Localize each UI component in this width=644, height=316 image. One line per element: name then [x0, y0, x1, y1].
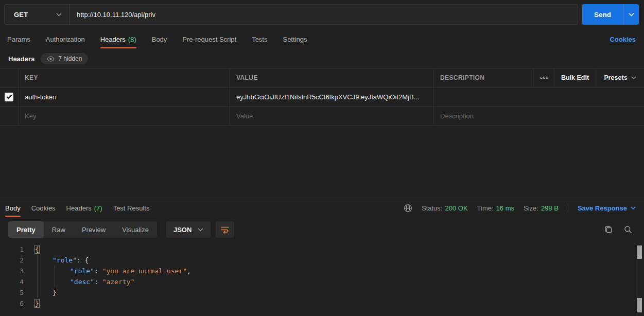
url-input[interactable]	[69, 5, 578, 24]
response-toolbar: Pretty Raw Preview Visualize JSON	[0, 218, 644, 241]
select-column-header	[0, 68, 19, 87]
chevron-down-icon	[629, 13, 634, 16]
scrollbar-thumb[interactable]	[637, 245, 642, 259]
tab-authorization[interactable]: Authorization	[46, 29, 85, 49]
header-key-cell[interactable]: auth-token	[19, 87, 230, 106]
view-raw-button[interactable]: Raw	[44, 221, 74, 238]
method-select[interactable]: GET	[5, 5, 69, 24]
url-group: GET	[4, 4, 578, 25]
size-value: 298 B	[541, 204, 559, 212]
table-header-row: KEY VALUE DESCRIPTION Bulk Edit Presets	[0, 68, 644, 87]
status-value: 200 OK	[445, 204, 467, 212]
line-number: 6	[0, 298, 24, 309]
description-placeholder-cell[interactable]: Description	[434, 107, 644, 125]
value-column-header: VALUE	[230, 68, 434, 87]
format-dropdown[interactable]: JSON	[166, 221, 211, 238]
response-meta: Status: 200 OK Time: 16 ms Size: 298 B S…	[404, 203, 636, 213]
line-number: 5	[0, 287, 24, 298]
wrap-text-icon	[220, 226, 230, 234]
response-tabs: Body Cookies Headers (7) Test Results	[5, 198, 149, 218]
code-line: 2"role": {	[0, 255, 644, 266]
size-indicator: Size: 298 B	[524, 204, 559, 212]
headers-count: (8)	[128, 36, 136, 43]
row-checkbox-checked[interactable]	[5, 93, 13, 101]
code-line: 4"desc": "azerty"	[0, 276, 644, 287]
time-value: 16 ms	[496, 204, 514, 212]
more-actions-button[interactable]	[534, 68, 554, 87]
code-lines: 1{2"role": {3"role": "you are normal use…	[0, 244, 644, 309]
status-indicator: Status: 200 OK	[422, 204, 468, 212]
indent-guide	[37, 255, 38, 298]
request-bar: GET Send	[0, 0, 644, 29]
row-select-cell	[0, 107, 19, 125]
more-actions-icon	[540, 76, 548, 79]
presets-dropdown[interactable]: Presets	[596, 68, 644, 87]
chevron-down-icon	[631, 206, 636, 209]
chevron-down-icon	[56, 13, 62, 16]
header-value-cell[interactable]: eyJhbGciOiJIUzI1NiIsInR5cCI6IkpXVCJ9.eyJ…	[230, 87, 434, 106]
wrap-text-button[interactable]	[216, 221, 234, 238]
value-placeholder-cell[interactable]: Value	[230, 107, 434, 125]
save-response-button[interactable]: Save Response	[578, 204, 636, 212]
chevron-down-icon	[631, 76, 636, 79]
eye-icon	[47, 56, 55, 62]
code-line: 6}	[0, 298, 644, 309]
search-response-button[interactable]	[620, 221, 636, 238]
key-placeholder-cell[interactable]: Key	[19, 107, 230, 125]
network-globe-icon[interactable]	[404, 204, 412, 213]
response-headers-count: (7)	[94, 204, 102, 212]
response-tab-headers[interactable]: Headers (7)	[66, 198, 102, 218]
scrollbar-thumb[interactable]	[637, 298, 642, 312]
view-mode-switcher: Pretty Raw Preview Visualize	[8, 221, 157, 238]
response-tab-body[interactable]: Body	[5, 198, 21, 218]
code-line: 1{	[0, 244, 644, 255]
indent-guide	[55, 266, 55, 287]
chevron-down-icon	[198, 228, 203, 232]
tab-settings[interactable]: Settings	[283, 29, 307, 49]
header-description-cell[interactable]	[434, 87, 644, 106]
headers-section-title: Headers	[8, 55, 34, 63]
table-row: auth-token eyJhbGciOiJIUzI1NiIsInR5cCI6I…	[0, 87, 644, 107]
tab-body[interactable]: Body	[152, 29, 167, 49]
response-toolbar-right	[601, 221, 636, 238]
send-split-button: Send	[582, 4, 639, 25]
view-visualize-button[interactable]: Visualize	[114, 221, 157, 238]
search-icon	[624, 225, 632, 234]
time-indicator: Time: 16 ms	[477, 204, 514, 212]
meta-separator	[568, 203, 568, 213]
send-button[interactable]: Send	[582, 4, 623, 25]
bulk-edit-button[interactable]: Bulk Edit	[554, 68, 596, 87]
line-number: 1	[0, 244, 24, 255]
code-line: 5}	[0, 287, 644, 298]
cookies-link[interactable]: Cookies	[610, 36, 636, 43]
request-response-gap	[0, 126, 644, 198]
response-tab-test-results[interactable]: Test Results	[113, 198, 150, 218]
response-header: Body Cookies Headers (7) Test Results St…	[0, 198, 644, 218]
table-row-empty: Key Value Description	[0, 107, 644, 126]
response-tab-cookies[interactable]: Cookies	[31, 198, 56, 218]
method-label: GET	[14, 11, 28, 19]
request-tabs-row: Params Authorization Headers (8) Body Pr…	[0, 29, 644, 49]
scrollbar-track	[635, 244, 635, 316]
hidden-headers-toggle[interactable]: 7 hidden	[41, 53, 88, 64]
headers-table: KEY VALUE DESCRIPTION Bulk Edit Presets …	[0, 68, 644, 126]
code-line: 3"role": "you are normal user",	[0, 266, 644, 276]
tab-headers[interactable]: Headers (8)	[100, 29, 136, 49]
line-number: 2	[0, 255, 24, 266]
tab-tests[interactable]: Tests	[252, 29, 267, 49]
hidden-headers-label: 7 hidden	[58, 55, 82, 62]
tab-params[interactable]: Params	[7, 29, 30, 49]
send-options-button[interactable]	[623, 4, 639, 25]
tab-pre-request-script[interactable]: Pre-request Script	[182, 29, 236, 49]
request-tabs: Params Authorization Headers (8) Body Pr…	[7, 29, 307, 49]
row-select-cell	[0, 87, 19, 106]
view-preview-button[interactable]: Preview	[74, 221, 114, 238]
key-column-header: KEY	[19, 68, 230, 87]
copy-response-button[interactable]	[601, 221, 616, 238]
copy-icon	[604, 225, 613, 234]
line-number: 3	[0, 266, 24, 276]
response-body-editor[interactable]: 1{2"role": {3"role": "you are normal use…	[0, 241, 644, 316]
headers-section-row: Headers 7 hidden	[0, 49, 644, 68]
view-pretty-button[interactable]: Pretty	[8, 221, 44, 238]
description-column-header: DESCRIPTION	[434, 68, 534, 87]
